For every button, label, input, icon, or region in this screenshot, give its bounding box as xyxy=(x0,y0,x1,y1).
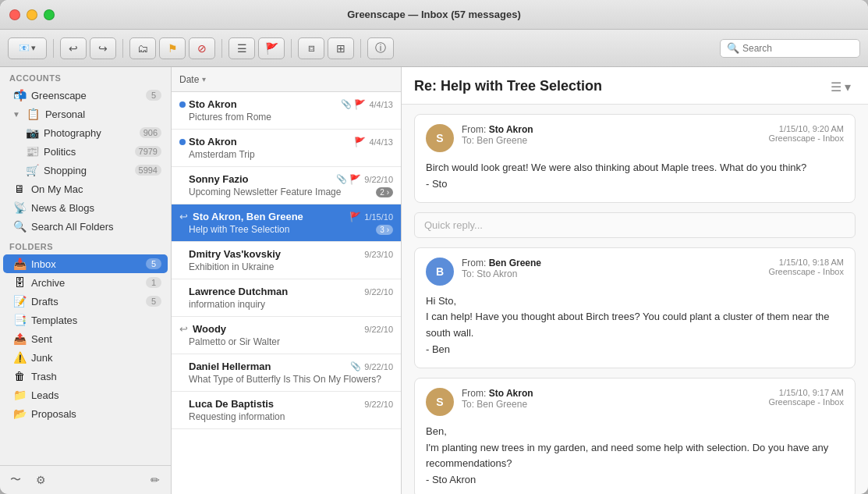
message-body: Hi Sto,I can help! Have you thought abou… xyxy=(426,293,844,358)
to-line: To: Sto Akron xyxy=(462,268,760,279)
sidebar-item-label: Proposals xyxy=(31,408,161,420)
search-input[interactable] xyxy=(742,43,836,54)
from-line: From: Sto Akron xyxy=(462,388,760,399)
email-subject: Amsterdam Trip xyxy=(179,149,393,160)
email-item[interactable]: ↩ Woody 9/22/10 Palmetto or Sir Walter xyxy=(172,317,401,354)
priority-flag-button[interactable]: 🚩 xyxy=(258,37,285,59)
search-all-icon: 🔍 xyxy=(12,220,27,233)
sidebar-item-proposals[interactable]: 📂 Proposals xyxy=(3,404,168,423)
sidebar-item-label: Archive xyxy=(31,277,141,289)
archive-button[interactable]: 🗂 xyxy=(129,37,156,59)
mark-icon: ☰ xyxy=(237,42,247,55)
sidebar-item-label: Leads xyxy=(31,389,161,401)
sender: Sto Akron, Ben Greene xyxy=(193,211,346,222)
sidebar-item-search-all[interactable]: 🔍 Search All Folders xyxy=(3,217,168,236)
reply-forward-button[interactable]: ↪ xyxy=(90,37,116,59)
from-line: From: Sto Akron xyxy=(462,124,760,135)
shopping-icon: 🛒 xyxy=(25,164,39,176)
search-area[interactable]: 🔍 xyxy=(720,39,860,58)
email-date: 9/22/10 xyxy=(364,175,393,184)
message-header: S From: Sto Akron To: Ben Greene 1/15/10… xyxy=(426,388,844,416)
delete-button[interactable]: ⊘ xyxy=(189,37,215,59)
close-button[interactable] xyxy=(9,9,20,20)
toolbar-separator-1 xyxy=(53,39,54,58)
greenscape-icon: 📬 xyxy=(12,89,27,101)
sidebar-item-inbox[interactable]: 📥 Inbox 5 xyxy=(3,254,168,273)
email-item[interactable]: Sonny Fazio 📎 🚩 9/22/10 Upcoming Newslet… xyxy=(172,167,401,204)
account-dropdown[interactable]: 📧 ▾ xyxy=(8,37,47,59)
delete-icon: ⊘ xyxy=(197,42,207,55)
sender: Lawrence Dutchman xyxy=(189,286,361,297)
sidebar-item-shopping[interactable]: 🛒 Shopping 5994 xyxy=(16,161,168,179)
maximize-button[interactable] xyxy=(44,9,55,20)
email-item[interactable]: Dmitry Vas'kovskiy 9/23/10 Exhibition in… xyxy=(172,242,401,279)
unread-dot xyxy=(179,101,186,108)
sort-chevron-icon: ▾ xyxy=(202,75,206,84)
sidebar-item-politics[interactable]: 📰 Politics 7979 xyxy=(16,142,168,161)
quick-reply[interactable]: Quick reply... xyxy=(414,212,856,238)
flag-button[interactable]: ⚑ xyxy=(159,37,186,59)
email-item[interactable]: Luca De Baptistis 9/22/10 Requesting inf… xyxy=(172,392,401,429)
sidebar-item-label: Trash xyxy=(31,371,161,382)
reply-back-button[interactable]: ↩ xyxy=(60,37,87,59)
message-meta: From: Sto Akron To: Ben Greene xyxy=(462,388,760,410)
subject-text: Help with Tree Selection xyxy=(189,224,289,235)
sidebar-item-archive[interactable]: 🗄 Archive 1 xyxy=(3,273,168,292)
sidebar-item-label: Inbox xyxy=(31,258,141,270)
sidebar-item-templates[interactable]: 📑 Templates xyxy=(3,311,168,329)
reply-back-icon: ↩ xyxy=(69,42,78,55)
attachment-icon: 📎 xyxy=(350,361,361,371)
email-header: ↩ Sto Akron, Ben Greene 🚩 1/15/10 xyxy=(179,211,393,222)
email-subject: Exhibition in Ukraine xyxy=(179,261,393,272)
minimize-button[interactable] xyxy=(27,9,37,20)
sidebar-item-label: Politics xyxy=(44,146,130,158)
compose-button[interactable]: ✏ xyxy=(146,471,165,489)
sidebar-item-greenscape[interactable]: 📬 Greenscape 5 xyxy=(3,86,168,105)
mark-button[interactable]: ☰ xyxy=(229,37,255,59)
sidebar-item-label: Search All Folders xyxy=(31,221,161,233)
avatar: B xyxy=(426,258,454,286)
toolbar-separator-5 xyxy=(360,39,361,58)
sidebar-item-leads[interactable]: 📁 Leads xyxy=(3,386,168,404)
email-item[interactable]: ↩ Sto Akron, Ben Greene 🚩 1/15/10 Help w… xyxy=(172,204,401,242)
message-body: Birch would look great! We were also thi… xyxy=(426,160,844,193)
email-header: Daniel Hellerman 📎 9/22/10 xyxy=(179,361,393,372)
email-item[interactable]: Daniel Hellerman 📎 9/22/10 What Type of … xyxy=(172,354,401,392)
email-item[interactable]: Sto Akron 📎 🚩 4/4/13 Pictures from Rome xyxy=(172,92,401,130)
inbox-icon: 📥 xyxy=(12,258,27,270)
flag-icon: 🚩 xyxy=(349,174,361,185)
priority-flag-icon: 🚩 xyxy=(265,42,278,55)
activity-button[interactable]: 〜 xyxy=(6,471,25,489)
email-date: 4/4/13 xyxy=(369,137,393,147)
shopping-badge: 5994 xyxy=(135,165,161,176)
sidebar-item-sent[interactable]: 📤 Sent xyxy=(3,329,168,348)
email-header: Lawrence Dutchman 9/22/10 xyxy=(179,286,393,297)
sidebar-item-personal[interactable]: ▼ 📋 Personal xyxy=(3,105,168,123)
from-name: Ben Greene xyxy=(489,258,541,268)
unread-dot xyxy=(179,139,186,145)
leads-icon: 📁 xyxy=(12,389,27,401)
sender: Daniel Hellerman xyxy=(189,361,347,372)
sidebar-item-trash[interactable]: 🗑 Trash xyxy=(3,367,168,386)
sidebar-item-label: Shopping xyxy=(44,165,130,176)
sidebar-item-junk[interactable]: ⚠️ Junk xyxy=(3,348,168,367)
columns-button[interactable]: ⊞ xyxy=(328,37,354,59)
sidebar-item-news-blogs[interactable]: 📡 News & Blogs xyxy=(3,198,168,217)
settings-button[interactable]: ⚙ xyxy=(31,471,50,489)
info-button[interactable]: ⓘ xyxy=(367,37,394,59)
sender: Sto Akron xyxy=(189,98,338,110)
replied-icon: ↩ xyxy=(179,211,188,222)
message-card: B From: Ben Greene To: Sto Akron 1/15/10… xyxy=(414,247,856,368)
sidebar-item-photography[interactable]: 📷 Photography 906 xyxy=(16,123,168,142)
filter-button[interactable]: ⧈ xyxy=(298,37,324,59)
sort-label[interactable]: Date xyxy=(179,74,199,85)
mac-icon: 🖥 xyxy=(12,183,27,195)
message-menu-button[interactable]: ☰ ▾ xyxy=(826,78,856,96)
photography-badge: 906 xyxy=(140,127,161,138)
sidebar-item-label: Personal xyxy=(45,108,161,120)
email-item[interactable]: Lawrence Dutchman 9/22/10 information in… xyxy=(172,279,401,317)
sidebar-item-on-my-mac[interactable]: 🖥 On My Mac xyxy=(3,179,168,198)
email-item[interactable]: Sto Akron 🚩 4/4/13 Amsterdam Trip xyxy=(172,130,401,167)
drafts-badge: 5 xyxy=(146,296,161,307)
sidebar-item-drafts[interactable]: 📝 Drafts 5 xyxy=(3,292,168,311)
